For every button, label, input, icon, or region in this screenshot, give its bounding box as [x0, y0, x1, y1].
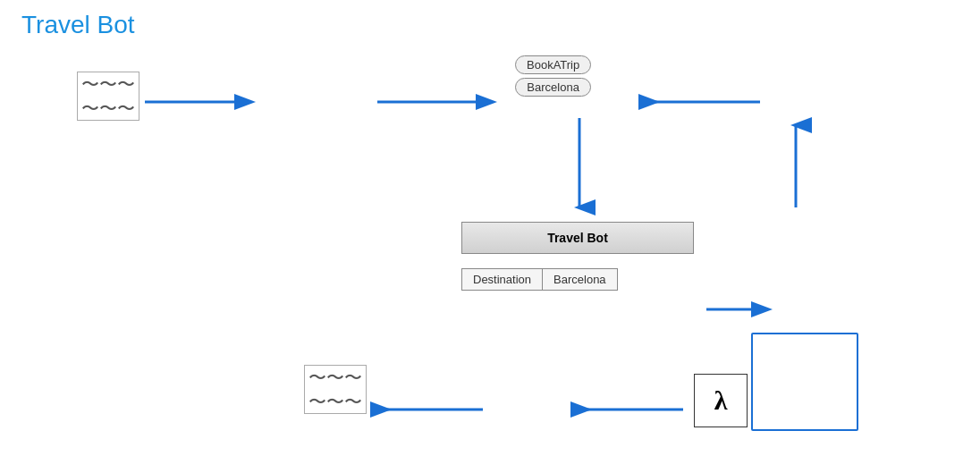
travel-bot-box: Travel Bot	[461, 222, 694, 254]
arrow-right-2	[377, 93, 503, 111]
arrow-right-3	[706, 300, 778, 318]
arrow-right-1	[145, 93, 261, 111]
arrow-up-1	[787, 118, 805, 216]
destination-label: Destination	[462, 269, 543, 290]
service-box	[751, 333, 858, 431]
diagram: Travel Bot 〜〜〜〜〜〜 BookATrip Barcelona	[0, 0, 980, 473]
destination-value: Barcelona	[543, 269, 617, 290]
wave-icon-bottom: 〜〜〜〜〜〜	[304, 365, 367, 414]
pills-group: BookATrip Barcelona	[515, 55, 591, 97]
arrow-left-2	[576, 401, 692, 418]
pill-intent: BookATrip	[515, 55, 591, 74]
lambda-box: λ	[694, 374, 748, 427]
page-title: Travel Bot	[21, 11, 135, 39]
arrow-left-1	[644, 93, 769, 111]
pill-entity: Barcelona	[515, 78, 591, 97]
wave-icon-top: 〜〜〜〜〜〜	[77, 72, 139, 121]
destination-row: Destination Barcelona	[461, 268, 618, 291]
arrow-left-3	[376, 401, 492, 418]
arrow-down-1	[570, 118, 588, 216]
